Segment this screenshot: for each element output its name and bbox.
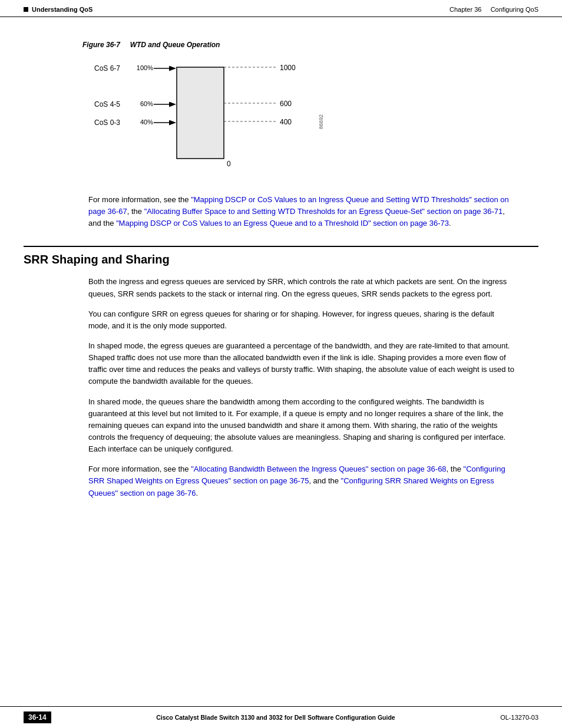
link-mapping-dscp-egress[interactable]: "Mapping DSCP or CoS Values to an Egress… [116, 219, 449, 228]
figure-title: Figure 36-7 WTD and Queue Operation [82, 41, 538, 49]
svg-text:CoS 0-3: CoS 0-3 [94, 118, 120, 127]
figure-title-text: WTD and Queue Operation [130, 41, 220, 49]
svg-text:400: 400 [280, 118, 292, 126]
figure-number: Figure 36-7 [82, 41, 120, 49]
svg-text:600: 600 [280, 100, 292, 108]
svg-text:60%: 60% [140, 100, 153, 107]
page-header: Understanding QoS Chapter 36 Configuring… [0, 0, 562, 17]
section-paragraph-3: In shaped mode, the egress queues are gu… [88, 340, 515, 388]
footer-title: Cisco Catalyst Blade Switch 3130 and 303… [51, 714, 500, 721]
svg-text:0: 0 [227, 160, 231, 168]
svg-text:CoS 6-7: CoS 6-7 [94, 64, 120, 73]
header-chapter-title: Configuring QoS [491, 6, 538, 13]
link-allocating-buffer[interactable]: "Allocating Buffer Space to and Setting … [144, 207, 503, 216]
svg-text:86692: 86692 [318, 114, 324, 129]
svg-text:40%: 40% [140, 118, 153, 126]
figure-container: Figure 36-7 WTD and Queue Operation 1000… [82, 41, 538, 176]
section-paragraph-4: In shared mode, the queues share the ban… [88, 396, 515, 456]
figure-description-paragraph: For more information, see the "Mapping D… [88, 194, 515, 229]
page-footer: 36-14 Cisco Catalyst Blade Switch 3130 a… [0, 706, 562, 728]
header-section-label: Understanding QoS [32, 6, 92, 13]
section-paragraph-5: For more information, see the "Allocatin… [88, 463, 515, 499]
svg-text:1000: 1000 [280, 64, 296, 72]
svg-rect-0 [177, 67, 224, 159]
section-paragraph-2: You can configure SRR on egress queues f… [88, 308, 515, 332]
section-paragraph-1: Both the ingress and egress queues are s… [88, 276, 515, 299]
main-content: Figure 36-7 WTD and Queue Operation 1000… [0, 17, 562, 543]
footer-doc-number: OL-13270-03 [500, 714, 538, 721]
page-number: 36-14 [24, 711, 51, 723]
header-left: Understanding QoS [24, 6, 92, 13]
section-heading-srr: SRR Shaping and Sharing [24, 246, 538, 266]
diagram: 1000 600 400 0 100% 60% 40% [94, 58, 342, 176]
wtd-diagram-svg: 1000 600 400 0 100% 60% 40% [94, 58, 342, 182]
svg-text:100%: 100% [137, 64, 153, 71]
header-chapter: Chapter 36 [449, 6, 481, 13]
bullet-icon [24, 7, 28, 12]
header-right: Chapter 36 Configuring QoS [449, 6, 538, 13]
link-allocating-bw-ingress[interactable]: "Allocating Bandwidth Between the Ingres… [191, 465, 446, 473]
svg-text:CoS 4-5: CoS 4-5 [94, 100, 120, 108]
